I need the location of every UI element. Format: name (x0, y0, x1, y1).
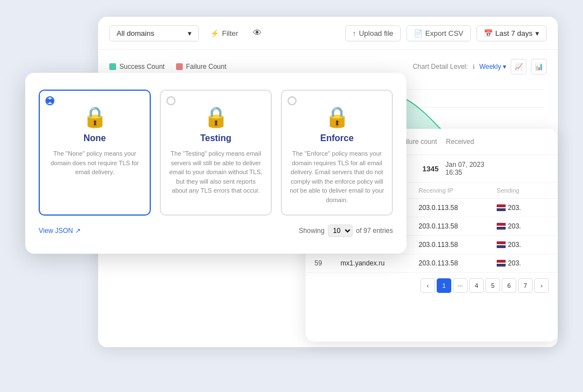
chart-detail-label: Chart Detail Level: (413, 63, 468, 71)
td-mx-4: mx1.yandex.ru (340, 259, 418, 267)
enforce-policy-name: Enforce (289, 133, 385, 143)
none-policy-desc: The "None" policy means your domain does… (47, 149, 143, 177)
success-legend: Success Count (109, 63, 165, 71)
td-sending-1: 203. (497, 204, 549, 212)
prev-page-button[interactable]: ‹ (420, 278, 435, 293)
chart-legend: Success Count Failure Count Chart Detail… (109, 59, 547, 74)
toolbar-actions: ↑ Upload file 📄 Export CSV 📅 Last 7 days… (345, 25, 547, 41)
line-chart-button[interactable]: 📈 (511, 59, 526, 74)
visibility-button[interactable]: 👁 (249, 25, 265, 41)
ellipsis: ··· (453, 278, 468, 293)
policy-radio-enforce (288, 96, 297, 105)
chevron-down-icon: ▾ (188, 29, 192, 38)
testing-policy-name: Testing (168, 133, 264, 143)
upload-label: Upload file (359, 29, 393, 38)
upload-icon: ↑ (353, 29, 357, 38)
export-icon: 📄 (414, 29, 423, 38)
testing-lock-icon: 🔒 (168, 105, 264, 129)
failure-legend: Failure Count (176, 63, 226, 71)
enforce-policy-desc: The "Enforce" policy means your domain r… (289, 149, 385, 204)
modal-footer: View JSON ↗ Showing 10 25 50 of 97 entri… (39, 225, 393, 237)
page-7-button[interactable]: 7 (518, 278, 533, 293)
entries-count-select[interactable]: 10 25 50 (328, 225, 353, 237)
chevron-down-icon: ▾ (503, 63, 506, 71)
weekly-label: Weekly (479, 63, 501, 71)
weekly-selector[interactable]: Weekly ▾ (479, 63, 506, 71)
line-chart-icon: 📈 (515, 63, 523, 71)
bar-chart-icon: 📊 (535, 63, 543, 71)
bar-chart-button[interactable]: 📊 (531, 59, 547, 74)
view-json-link[interactable]: View JSON ↗ (39, 227, 81, 235)
th-receiving-ip: Receiving IP (419, 187, 497, 194)
date-range-button[interactable]: 📅 Last 7 days ▾ (476, 25, 547, 41)
flag-icon (497, 260, 506, 267)
info-icon: ℹ (473, 63, 475, 71)
td-ip-4: 203.0.113.58 (419, 259, 497, 267)
export-label: Export CSV (425, 29, 464, 38)
table-row: 59 mx1.yandex.ru 203.0.113.58 203. (306, 254, 558, 273)
pagination-controls: ‹ 1 ··· 4 5 6 7 › (420, 278, 549, 293)
showing-entries: Showing 10 25 50 of 97 entries (299, 225, 393, 237)
table-pagination: ‹ 1 ··· 4 5 6 7 › (306, 273, 558, 298)
domain-selector[interactable]: All domains ▾ (109, 25, 199, 41)
success-color-indicator (109, 63, 116, 70)
page-1-button[interactable]: 1 (437, 278, 451, 293)
policy-card-enforce[interactable]: 🔒 Enforce The "Enforce" policy means you… (281, 90, 393, 216)
page-4-button[interactable]: 4 (469, 278, 484, 293)
page-5-button[interactable]: 5 (485, 278, 500, 293)
failure-legend-label: Failure Count (186, 63, 226, 71)
toolbar: All domains ▾ ⚡ Filter 👁 ↑ Upload file 📄… (98, 17, 558, 50)
flag-icon (497, 204, 506, 211)
flag-icon (497, 223, 506, 230)
flag-icon (497, 241, 506, 248)
calendar-icon: 📅 (484, 29, 493, 38)
td-sending-3: 203. (497, 241, 549, 249)
filter-icon: ⚡ (210, 29, 219, 38)
date-range-label: Last 7 days (496, 29, 533, 38)
th-received: Received (442, 136, 549, 148)
success-legend-label: Success Count (119, 63, 165, 71)
none-policy-name: None (47, 133, 143, 143)
upload-button[interactable]: ↑ Upload file (345, 25, 401, 41)
td-sending-2: 203. (497, 222, 549, 230)
chart-controls: Chart Detail Level: ℹ Weekly ▾ 📈 📊 (413, 59, 547, 74)
policy-radio-none (45, 96, 54, 105)
view-json-label: View JSON (39, 227, 73, 235)
enforce-lock-icon: 🔒 (289, 105, 385, 129)
td-ip-1: 203.0.113.58 (419, 204, 497, 212)
showing-label: Showing (299, 227, 325, 235)
chevron-icon: ▾ (535, 29, 539, 38)
td-ip-2: 203.0.113.58 (419, 222, 497, 230)
td-sending-4: 203. (497, 259, 549, 267)
of-entries-label: of 97 entries (356, 227, 393, 235)
testing-policy-desc: The "Testing" policy means email servers… (168, 149, 264, 195)
filter-button[interactable]: ⚡ Filter (205, 26, 244, 41)
eye-icon: 👁 (253, 28, 262, 38)
filter-label: Filter (222, 29, 238, 38)
td-count-4: 59 (314, 259, 340, 267)
page-6-button[interactable]: 6 (502, 278, 516, 293)
next-page-button[interactable]: › (534, 278, 549, 293)
td-ip-3: 203.0.113.58 (419, 241, 497, 249)
policy-radio-testing (166, 96, 175, 105)
policy-card-testing[interactable]: 🔒 Testing The "Testing" policy means ema… (160, 90, 272, 216)
top-date: Jan 07, 2023 16:35 (445, 161, 549, 176)
export-button[interactable]: 📄 Export CSV (406, 25, 471, 41)
none-lock-icon: 🔒 (47, 105, 143, 129)
tls-policy-modal: 🔒 None The "None" policy means your doma… (25, 73, 406, 254)
th-sending: Sending (497, 187, 549, 194)
policy-card-none[interactable]: 🔒 None The "None" policy means your doma… (39, 90, 151, 216)
external-link-icon: ↗ (75, 227, 81, 235)
failure-color-indicator (176, 63, 183, 70)
domain-label: All domains (117, 29, 154, 38)
policy-cards-container: 🔒 None The "None" policy means your doma… (39, 90, 393, 216)
